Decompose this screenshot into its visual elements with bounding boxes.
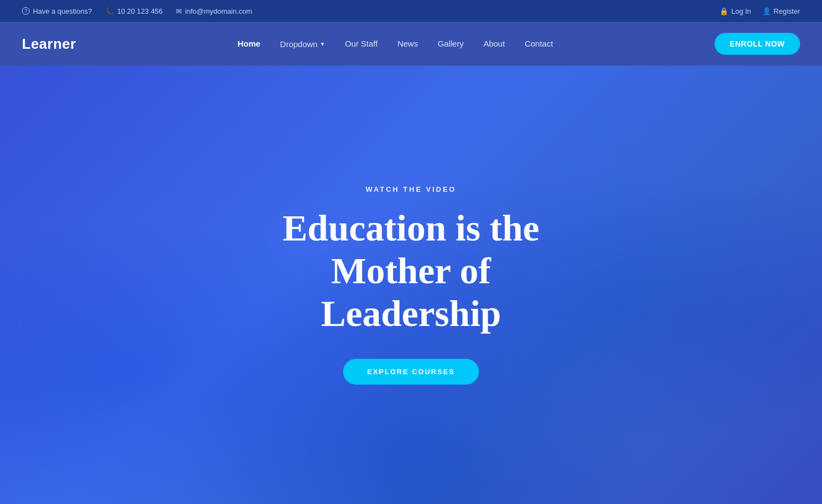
nav-gallery[interactable]: Gallery bbox=[438, 39, 464, 49]
explore-courses-button[interactable]: EXPLORE COURSES bbox=[343, 359, 479, 385]
phone-icon: 📞 bbox=[105, 7, 114, 15]
phone-number: 10 20 123 456 bbox=[117, 7, 163, 15]
user-icon: 👤 bbox=[762, 7, 771, 15]
register-link[interactable]: 👤 Register bbox=[762, 7, 800, 15]
nav-our-staff[interactable]: Our Staff bbox=[345, 39, 378, 49]
nav-home[interactable]: Home bbox=[237, 39, 260, 49]
nav-about[interactable]: About bbox=[483, 39, 505, 49]
topbar-right: 🔒 Log In 👤 Register bbox=[720, 7, 800, 15]
hero-title-line1: Education is the bbox=[283, 207, 540, 249]
brand-logo[interactable]: Learner bbox=[22, 36, 76, 53]
nav-dropdown-link[interactable]: Dropdown ▼ bbox=[280, 39, 325, 49]
email-icon: ✉ bbox=[176, 7, 182, 15]
navbar: Learner Home Dropdown ▼ Our Staff News G… bbox=[0, 22, 822, 66]
lock-icon: 🔒 bbox=[720, 7, 728, 15]
question-item: ? Have a questions? bbox=[22, 7, 92, 15]
login-link[interactable]: 🔒 Log In bbox=[720, 7, 751, 15]
hero-section: WATCH THE VIDEO Education is the Mother … bbox=[0, 66, 822, 504]
nav-gallery-link[interactable]: Gallery bbox=[438, 39, 464, 48]
email-address: info@mydomain.com bbox=[185, 7, 252, 15]
hero-title-line2: Mother of bbox=[331, 250, 490, 291]
hero-subtitle: WATCH THE VIDEO bbox=[283, 185, 540, 193]
topbar-left: ? Have a questions? 📞 10 20 123 456 ✉ in… bbox=[22, 7, 252, 15]
register-label: Register bbox=[774, 7, 800, 15]
hero-title-line3: Leadership bbox=[321, 293, 501, 334]
nav-news-link[interactable]: News bbox=[397, 39, 418, 48]
email-item: ✉ info@mydomain.com bbox=[176, 7, 252, 15]
hero-content: WATCH THE VIDEO Education is the Mother … bbox=[283, 185, 540, 385]
nav-about-link[interactable]: About bbox=[483, 39, 505, 48]
nav-home-link[interactable]: Home bbox=[237, 39, 260, 48]
nav-dropdown[interactable]: Dropdown ▼ bbox=[280, 39, 325, 49]
nav-news[interactable]: News bbox=[397, 39, 418, 49]
hero-title: Education is the Mother of Leadership bbox=[283, 207, 540, 335]
nav-contact[interactable]: Contact bbox=[524, 39, 553, 49]
phone-item: 📞 10 20 123 456 bbox=[105, 7, 163, 15]
enroll-button[interactable]: ENROLL NOW bbox=[715, 33, 800, 55]
chevron-down-icon: ▼ bbox=[319, 41, 325, 47]
question-label: Have a questions? bbox=[33, 7, 92, 15]
question-icon: ? bbox=[22, 7, 30, 15]
nav-our-staff-link[interactable]: Our Staff bbox=[345, 39, 378, 48]
main-nav: Home Dropdown ▼ Our Staff News Gallery A… bbox=[237, 39, 553, 49]
topbar: ? Have a questions? 📞 10 20 123 456 ✉ in… bbox=[0, 0, 822, 22]
login-label: Log In bbox=[731, 7, 751, 15]
nav-contact-link[interactable]: Contact bbox=[524, 39, 553, 48]
